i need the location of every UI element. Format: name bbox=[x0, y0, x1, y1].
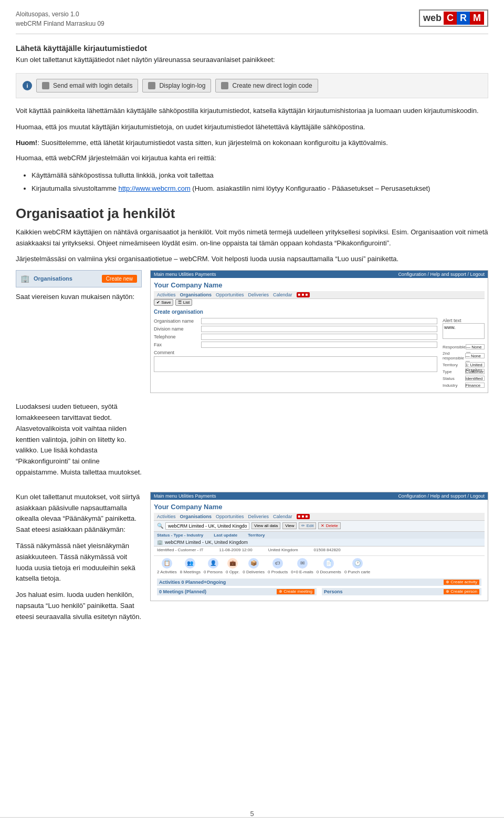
crm-topbar-right-1: Configuration / Help and support / Logou… bbox=[398, 272, 485, 277]
crm-field-comment: Comment bbox=[154, 350, 437, 372]
activities-bar: Activities 0 Planned+Ongoing ⊕ Create ac… bbox=[157, 579, 481, 586]
crm-search-bar: 🔍 View all data View ✏ Edit ✕ Delete bbox=[154, 521, 485, 532]
crm-alert-label: Alert text bbox=[443, 318, 485, 323]
crm-alert-value[interactable]: www. bbox=[443, 323, 485, 339]
header-info: Aloitusopas, versio 1.0 webCRM Finland M… bbox=[16, 9, 104, 28]
org-second-section: Luodaksesi uuden tietueen, syötä lomakke… bbox=[16, 401, 488, 483]
create-person-btn[interactable]: ⊕ Create person bbox=[444, 589, 479, 594]
login-bullets: Käyttämällä sähköpostissa tullutta linkk… bbox=[32, 169, 488, 195]
nav-badge-2: ■ ■ ■ bbox=[297, 514, 310, 519]
nav-activities-1[interactable]: Activities bbox=[157, 292, 176, 297]
org-section-title: Organisaatiot ja henkilöt bbox=[16, 205, 488, 222]
persons-bar: Persons ⊕ Create person bbox=[322, 588, 481, 595]
col-left-2: Luodaksesi uuden tietueen, syötä lomakke… bbox=[16, 401, 142, 483]
crm-form-title-1: Create organisation bbox=[154, 309, 485, 315]
create-meeting-btn[interactable]: ⊕ Create meeting bbox=[277, 589, 314, 594]
crm-topbar-left-2: Main menu Utilities Payments bbox=[154, 493, 216, 499]
crm-result-details: Identified - Customer - IT 11-08-2009 12… bbox=[154, 546, 485, 553]
crm-topbar-1: Main menu Utilities Payments Configurati… bbox=[151, 271, 488, 278]
crm-nav-2: Activities Organisations Opportunities D… bbox=[154, 513, 485, 521]
nav-deliveries-2[interactable]: Deliveries bbox=[248, 514, 269, 519]
crm-list-btn-1[interactable]: ☰ List bbox=[175, 299, 192, 306]
nav-opportunities-2[interactable]: Opportunities bbox=[216, 514, 244, 519]
huom-block: Huom!: Suosittelemme, että lähetät kirja… bbox=[16, 138, 488, 149]
org-bar: 🏢 Organisations Create new bbox=[16, 270, 142, 287]
search-icon: 🔍 bbox=[157, 523, 163, 529]
nav-calendar-2[interactable]: Calendar bbox=[273, 514, 292, 519]
crm-activities-section: Activities 0 Planned+Ongoing ⊕ Create ac… bbox=[157, 579, 481, 586]
icon-products[interactable]: 🏷 0 Products bbox=[268, 558, 288, 574]
login-subtext: Kun olet tallettanut käyttäjätiedot näet… bbox=[16, 55, 488, 66]
login-heading: Lähetä käyttäjälle kirjautumistiedot bbox=[16, 44, 488, 53]
icon-deliveries[interactable]: 📦 0 Deliveries bbox=[243, 558, 265, 574]
search-input[interactable] bbox=[165, 522, 249, 530]
crm-topbar-right-2: Configuration / Help and support / Logou… bbox=[398, 493, 485, 499]
version-line2: webCRM Finland Marraskuu 09 bbox=[16, 19, 104, 28]
icon-persons[interactable]: 👤 0 Persons bbox=[204, 558, 223, 574]
crm-result-row-1[interactable]: 🏢 webCRM Limited - UK, United Kingdom bbox=[154, 539, 485, 546]
crm-responsible-section: Responsible— None— 2nd responsible— None… bbox=[443, 344, 485, 388]
col-left2-text: Kun olet tallettanut muutokset, voit sii… bbox=[16, 492, 142, 535]
result-icon: 🏢 bbox=[157, 540, 163, 545]
create-code-button[interactable]: Create new direct login code bbox=[215, 79, 318, 92]
crm-topbar-left-1: Main menu Utilities Payments bbox=[154, 272, 216, 277]
crm-form-area-1: Organisation name Division name Telephon… bbox=[154, 318, 485, 389]
icon-opportunities[interactable]: 💼 0 Oppr. bbox=[226, 558, 239, 574]
crm-save-btn-1[interactable]: ✔ Save bbox=[154, 299, 173, 306]
view-all-data-btn[interactable]: View all data bbox=[251, 522, 280, 529]
send-email-button[interactable]: Send email with login details bbox=[36, 79, 138, 92]
col-left-body1: Luodaksesi uuden tietueen, syötä lomakke… bbox=[16, 401, 142, 478]
create-code-label: Create new direct login code bbox=[232, 82, 312, 89]
login-body1: Voit käyttää painikkeita lähettämään käy… bbox=[16, 106, 488, 117]
meetings-bar: 0 Meetings (Planned) ⊕ Create meeting bbox=[157, 588, 317, 595]
nav-deliveries-1[interactable]: Deliveries bbox=[248, 292, 269, 297]
buttons-bar: i Send email with login details Display … bbox=[16, 73, 488, 98]
create-new-button[interactable]: Create new bbox=[102, 275, 137, 283]
nav-organisations-1[interactable]: Organisations bbox=[180, 292, 212, 297]
crm-body-1: Your Company Name Activities Organisatio… bbox=[151, 278, 488, 393]
crm-bottom-bars: Activities 0 Planned+Ongoing ⊕ Create ac… bbox=[154, 576, 485, 588]
crm-field-div-name: Division name bbox=[154, 326, 437, 332]
left-last-para: Jos haluat esim. luoda uuden henkilön, n… bbox=[16, 590, 142, 622]
version-line1: Aloitusopas, versio 1.0 bbox=[16, 9, 104, 19]
col-right-spacer bbox=[150, 401, 488, 483]
info-icon: i bbox=[23, 81, 32, 90]
log-icon bbox=[148, 82, 155, 89]
create-activity-btn[interactable]: ⊕ Create activity bbox=[444, 580, 479, 585]
logo-r: R bbox=[457, 12, 470, 25]
nav-opportunities-1[interactable]: Opportunities bbox=[216, 292, 244, 297]
view-btn[interactable]: View bbox=[282, 522, 297, 529]
delete-btn[interactable]: ✕ Delete bbox=[318, 522, 340, 529]
edit-btn[interactable]: ✏ Edit bbox=[299, 522, 316, 529]
code-icon bbox=[221, 82, 228, 89]
org-body2: Järjestelmässäsi on valmiina yksi organi… bbox=[16, 254, 488, 265]
col-right-1: Main menu Utilities Payments Configurati… bbox=[150, 270, 488, 393]
nav-organisations-2[interactable]: Organisations bbox=[180, 514, 212, 519]
icon-meetings[interactable]: 👥 8 Meetings bbox=[180, 558, 201, 574]
crm-screenshot-2: Main menu Utilities Payments Configurati… bbox=[150, 492, 488, 601]
col-right-2: Main menu Utilities Payments Configurati… bbox=[150, 492, 488, 628]
crm-meetings-persons: 0 Meetings (Planned) ⊕ Create meeting Pe… bbox=[154, 588, 485, 597]
crm-field-org-name: Organisation name bbox=[154, 318, 437, 324]
display-log-button[interactable]: Display login-log bbox=[142, 79, 211, 92]
crm-meetings-section: 0 Meetings (Planned) ⊕ Create meeting bbox=[157, 588, 317, 595]
crm-nav-1: Activities Organisations Opportunities D… bbox=[154, 291, 485, 299]
nav-calendar-1[interactable]: Calendar bbox=[273, 292, 292, 297]
icon-documents[interactable]: 📄 0 Documents bbox=[317, 558, 341, 574]
bullet-item-2: Kirjautumalla sivustoltamme http://www.w… bbox=[32, 182, 488, 194]
webcrm-link[interactable]: http://www.webcrm.com bbox=[118, 184, 190, 192]
crm-company-1: Your Company Name bbox=[154, 281, 485, 289]
send-email-label: Send email with login details bbox=[53, 82, 132, 89]
page-header: Aloitusopas, versio 1.0 webCRM Finland M… bbox=[16, 9, 488, 34]
crm-company-2: Your Company Name bbox=[154, 503, 485, 511]
icon-emails[interactable]: ✉ 0+0 E-mails bbox=[291, 558, 313, 574]
crm-screenshot-1: Main menu Utilities Payments Configurati… bbox=[150, 270, 488, 393]
footer-line bbox=[0, 817, 504, 818]
icon-activities[interactable]: 📋 2 Activities bbox=[157, 558, 177, 574]
icon-punch[interactable]: 🕐 0 Punch carte bbox=[344, 558, 370, 574]
nav-activities-2[interactable]: Activities bbox=[157, 514, 176, 519]
login-body2: Huomaa, että jos muutat käyttäjän kirjau… bbox=[16, 122, 488, 133]
crm-form-left-1: Organisation name Division name Telephon… bbox=[154, 318, 437, 389]
crm-form-1: Organisation name Division name Telephon… bbox=[154, 318, 437, 372]
huom-label: Huom! bbox=[16, 139, 37, 147]
